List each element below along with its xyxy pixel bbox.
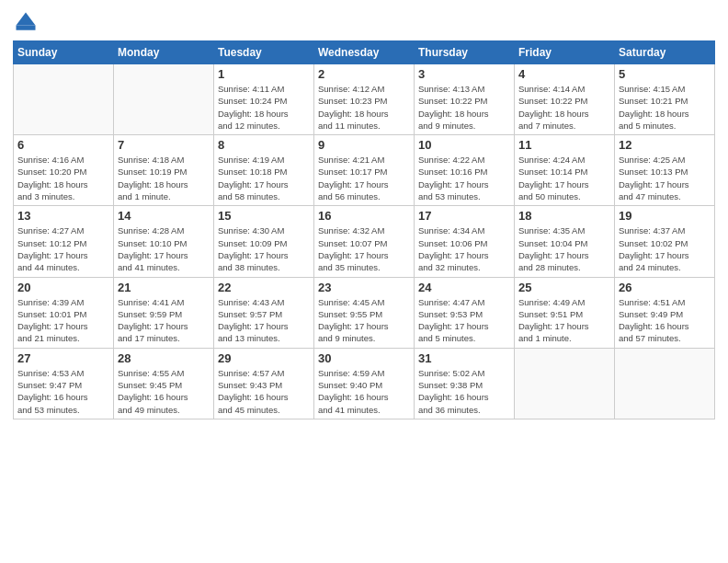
calendar-cell: 6Sunrise: 4:16 AM Sunset: 10:20 PM Dayli… (14, 135, 114, 206)
day-info: Sunrise: 4:57 AM Sunset: 9:43 PM Dayligh… (218, 367, 310, 416)
day-number: 31 (418, 351, 510, 365)
day-number: 12 (619, 138, 711, 152)
day-number: 9 (318, 138, 410, 152)
day-info: Sunrise: 4:15 AM Sunset: 10:21 PM Daylig… (619, 83, 711, 132)
day-number: 19 (619, 209, 711, 223)
calendar-cell: 15Sunrise: 4:30 AM Sunset: 10:09 PM Dayl… (214, 206, 314, 277)
day-number: 8 (218, 138, 310, 152)
day-info: Sunrise: 4:32 AM Sunset: 10:07 PM Daylig… (318, 224, 410, 273)
calendar-cell: 4Sunrise: 4:14 AM Sunset: 10:22 PM Dayli… (515, 64, 615, 135)
logo-icon (13, 9, 39, 35)
calendar-header-monday: Monday (114, 41, 214, 64)
calendar-cell: 24Sunrise: 4:47 AM Sunset: 9:53 PM Dayli… (415, 277, 515, 348)
calendar-table: SundayMondayTuesdayWednesdayThursdayFrid… (13, 40, 715, 419)
calendar-cell: 10Sunrise: 4:22 AM Sunset: 10:16 PM Dayl… (415, 135, 515, 206)
calendar-header-tuesday: Tuesday (214, 41, 314, 64)
day-number: 17 (418, 209, 510, 223)
day-info: Sunrise: 4:55 AM Sunset: 9:45 PM Dayligh… (118, 367, 210, 416)
calendar-cell: 14Sunrise: 4:28 AM Sunset: 10:10 PM Dayl… (114, 206, 214, 277)
calendar-cell (515, 348, 615, 419)
day-info: Sunrise: 5:02 AM Sunset: 9:38 PM Dayligh… (418, 367, 510, 416)
calendar-cell: 31Sunrise: 5:02 AM Sunset: 9:38 PM Dayli… (415, 348, 515, 419)
svg-rect-1 (17, 26, 36, 30)
calendar-cell: 20Sunrise: 4:39 AM Sunset: 10:01 PM Dayl… (14, 277, 114, 348)
day-number: 4 (518, 67, 610, 81)
calendar-cell: 29Sunrise: 4:57 AM Sunset: 9:43 PM Dayli… (214, 348, 314, 419)
day-number: 30 (318, 351, 410, 365)
day-info: Sunrise: 4:35 AM Sunset: 10:04 PM Daylig… (518, 224, 610, 273)
day-info: Sunrise: 4:45 AM Sunset: 9:55 PM Dayligh… (318, 296, 410, 345)
calendar-header-wednesday: Wednesday (314, 41, 415, 64)
day-info: Sunrise: 4:27 AM Sunset: 10:12 PM Daylig… (17, 224, 109, 273)
day-number: 11 (518, 138, 610, 152)
day-number: 6 (17, 138, 109, 152)
day-info: Sunrise: 4:18 AM Sunset: 10:19 PM Daylig… (118, 154, 210, 202)
day-number: 23 (318, 281, 410, 294)
calendar-week-row: 13Sunrise: 4:27 AM Sunset: 10:12 PM Dayl… (14, 206, 715, 277)
calendar-cell: 12Sunrise: 4:25 AM Sunset: 10:13 PM Dayl… (615, 135, 715, 206)
calendar-cell: 2Sunrise: 4:12 AM Sunset: 10:23 PM Dayli… (314, 64, 415, 135)
calendar-cell: 9Sunrise: 4:21 AM Sunset: 10:17 PM Dayli… (314, 135, 415, 206)
day-number: 28 (118, 351, 210, 365)
calendar-cell: 7Sunrise: 4:18 AM Sunset: 10:19 PM Dayli… (114, 135, 214, 206)
calendar-cell: 23Sunrise: 4:45 AM Sunset: 9:55 PM Dayli… (314, 277, 415, 348)
calendar-cell: 13Sunrise: 4:27 AM Sunset: 10:12 PM Dayl… (14, 206, 114, 277)
svg-marker-0 (17, 13, 36, 26)
calendar-header-sunday: Sunday (14, 41, 114, 64)
calendar-cell: 17Sunrise: 4:34 AM Sunset: 10:06 PM Dayl… (415, 206, 515, 277)
day-info: Sunrise: 4:43 AM Sunset: 9:57 PM Dayligh… (218, 296, 310, 345)
calendar-cell (114, 64, 214, 135)
day-number: 16 (318, 209, 410, 223)
day-info: Sunrise: 4:39 AM Sunset: 10:01 PM Daylig… (17, 296, 109, 345)
calendar-cell: 21Sunrise: 4:41 AM Sunset: 9:59 PM Dayli… (114, 277, 214, 348)
day-number: 13 (17, 209, 109, 223)
calendar-cell: 28Sunrise: 4:55 AM Sunset: 9:45 PM Dayli… (114, 348, 214, 419)
page-container: SundayMondayTuesdayWednesdayThursdayFrid… (0, 0, 728, 563)
day-number: 5 (619, 67, 711, 81)
day-info: Sunrise: 4:22 AM Sunset: 10:16 PM Daylig… (418, 154, 510, 202)
day-info: Sunrise: 4:59 AM Sunset: 9:40 PM Dayligh… (318, 367, 410, 416)
calendar-header-saturday: Saturday (615, 41, 715, 64)
calendar-cell: 22Sunrise: 4:43 AM Sunset: 9:57 PM Dayli… (214, 277, 314, 348)
day-number: 26 (619, 281, 711, 294)
calendar-cell (14, 64, 114, 135)
calendar-week-row: 1Sunrise: 4:11 AM Sunset: 10:24 PM Dayli… (14, 64, 715, 135)
day-number: 2 (318, 67, 410, 81)
day-number: 22 (218, 281, 310, 294)
day-number: 25 (518, 281, 610, 294)
day-number: 20 (17, 281, 109, 294)
day-info: Sunrise: 4:47 AM Sunset: 9:53 PM Dayligh… (418, 296, 510, 345)
calendar-cell: 3Sunrise: 4:13 AM Sunset: 10:22 PM Dayli… (415, 64, 515, 135)
day-info: Sunrise: 4:24 AM Sunset: 10:14 PM Daylig… (518, 154, 610, 202)
calendar-cell: 11Sunrise: 4:24 AM Sunset: 10:14 PM Dayl… (515, 135, 615, 206)
day-info: Sunrise: 4:34 AM Sunset: 10:06 PM Daylig… (418, 224, 510, 273)
day-info: Sunrise: 4:21 AM Sunset: 10:17 PM Daylig… (318, 154, 410, 202)
calendar-cell: 25Sunrise: 4:49 AM Sunset: 9:51 PM Dayli… (515, 277, 615, 348)
day-info: Sunrise: 4:19 AM Sunset: 10:18 PM Daylig… (218, 154, 310, 202)
calendar-cell: 30Sunrise: 4:59 AM Sunset: 9:40 PM Dayli… (314, 348, 415, 419)
day-number: 10 (418, 138, 510, 152)
day-number: 1 (218, 67, 310, 81)
calendar-cell: 27Sunrise: 4:53 AM Sunset: 9:47 PM Dayli… (14, 348, 114, 419)
day-info: Sunrise: 4:12 AM Sunset: 10:23 PM Daylig… (318, 83, 410, 132)
day-info: Sunrise: 4:13 AM Sunset: 10:22 PM Daylig… (418, 83, 510, 132)
day-number: 15 (218, 209, 310, 223)
day-info: Sunrise: 4:16 AM Sunset: 10:20 PM Daylig… (17, 154, 109, 202)
calendar-week-row: 6Sunrise: 4:16 AM Sunset: 10:20 PM Dayli… (14, 135, 715, 206)
day-info: Sunrise: 4:30 AM Sunset: 10:09 PM Daylig… (218, 224, 310, 273)
day-info: Sunrise: 4:41 AM Sunset: 9:59 PM Dayligh… (118, 296, 210, 345)
calendar-header-row: SundayMondayTuesdayWednesdayThursdayFrid… (14, 41, 715, 64)
calendar-week-row: 20Sunrise: 4:39 AM Sunset: 10:01 PM Dayl… (14, 277, 715, 348)
day-number: 14 (118, 209, 210, 223)
calendar-week-row: 27Sunrise: 4:53 AM Sunset: 9:47 PM Dayli… (14, 348, 715, 419)
day-number: 3 (418, 67, 510, 81)
header (13, 9, 715, 35)
logo (13, 9, 42, 35)
calendar-cell: 19Sunrise: 4:37 AM Sunset: 10:02 PM Dayl… (615, 206, 715, 277)
day-info: Sunrise: 4:49 AM Sunset: 9:51 PM Dayligh… (518, 296, 610, 345)
day-number: 21 (118, 281, 210, 294)
day-info: Sunrise: 4:37 AM Sunset: 10:02 PM Daylig… (619, 224, 711, 273)
calendar-cell: 16Sunrise: 4:32 AM Sunset: 10:07 PM Dayl… (314, 206, 415, 277)
day-info: Sunrise: 4:28 AM Sunset: 10:10 PM Daylig… (118, 224, 210, 273)
day-info: Sunrise: 4:11 AM Sunset: 10:24 PM Daylig… (218, 83, 310, 132)
